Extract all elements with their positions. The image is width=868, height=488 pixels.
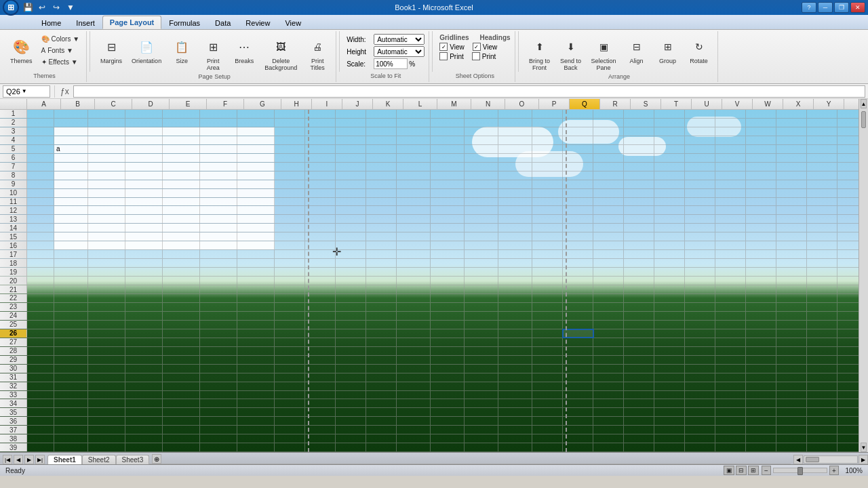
cell-W14[interactable] <box>746 224 776 232</box>
cell-Q1[interactable] <box>563 110 593 118</box>
cell-Y28[interactable] <box>807 347 837 355</box>
cell-N1[interactable] <box>465 110 498 118</box>
cell-H32[interactable] <box>275 382 305 390</box>
cell-Q26[interactable] <box>563 329 593 338</box>
cell-V11[interactable] <box>715 198 746 206</box>
cell-W8[interactable] <box>746 171 776 180</box>
cell-L14[interactable] <box>397 224 431 232</box>
cell-K11[interactable] <box>366 198 397 206</box>
cell-A20[interactable] <box>27 277 54 285</box>
cell-R3[interactable] <box>593 127 624 136</box>
cell-P27[interactable] <box>532 338 563 346</box>
cell-F17[interactable] <box>200 250 237 258</box>
cell-I20[interactable] <box>305 277 336 285</box>
cell-O38[interactable] <box>498 434 532 443</box>
cell-O2[interactable] <box>498 119 532 127</box>
cell-W36[interactable] <box>746 417 776 425</box>
cell-F33[interactable] <box>200 391 237 399</box>
themes-button[interactable]: 🎨 Themes <box>7 34 36 66</box>
gridlines-print-checkbox[interactable] <box>439 52 448 60</box>
cell-P20[interactable] <box>532 277 563 285</box>
bring-front-button[interactable]: ⬆ Bring toFront <box>526 34 554 73</box>
cell-A18[interactable] <box>27 259 54 267</box>
cell-J37[interactable] <box>336 426 366 434</box>
cell-R38[interactable] <box>593 434 624 443</box>
cell-I39[interactable] <box>305 443 336 451</box>
cell-G5[interactable] <box>237 145 275 153</box>
cell-V8[interactable] <box>715 171 746 180</box>
cell-E7[interactable] <box>163 163 200 171</box>
size-button[interactable]: 📋 Size <box>167 34 196 66</box>
cell-N39[interactable] <box>465 443 498 451</box>
cell-D3[interactable] <box>125 127 163 136</box>
cell-E6[interactable] <box>163 154 200 162</box>
cell-U36[interactable] <box>685 417 715 425</box>
cell-K32[interactable] <box>366 382 397 390</box>
cell-I34[interactable] <box>305 399 336 407</box>
cell-T10[interactable] <box>654 189 685 197</box>
col-header-r[interactable]: R <box>600 99 631 109</box>
cell-U39[interactable] <box>685 443 715 451</box>
cell-E28[interactable] <box>163 347 200 355</box>
cell-I19[interactable] <box>305 268 336 276</box>
cell-U16[interactable] <box>685 241 715 249</box>
cell-S15[interactable] <box>624 232 654 241</box>
cell-D14[interactable] <box>125 224 163 232</box>
cell-G27[interactable] <box>237 338 275 346</box>
cell-F19[interactable] <box>200 268 237 276</box>
cell-V1[interactable] <box>715 110 746 118</box>
cell-B38[interactable] <box>54 434 88 443</box>
cell-R25[interactable] <box>593 321 624 329</box>
cell-W6[interactable] <box>746 154 776 162</box>
cell-S29[interactable] <box>624 356 654 364</box>
cell-A9[interactable] <box>27 180 54 188</box>
cell-T21[interactable] <box>654 285 685 293</box>
col-header-i[interactable]: I <box>312 99 342 109</box>
col-header-n[interactable]: N <box>471 99 505 109</box>
cell-A32[interactable] <box>27 382 54 390</box>
cell-E19[interactable] <box>163 268 200 276</box>
cell-O15[interactable] <box>498 232 532 241</box>
cell-Y11[interactable] <box>807 198 837 206</box>
cell-C17[interactable] <box>88 250 125 258</box>
cell-V13[interactable] <box>715 215 746 223</box>
cell-T36[interactable] <box>654 417 685 425</box>
cell-L34[interactable] <box>397 399 431 407</box>
cell-L11[interactable] <box>397 198 431 206</box>
cell-I18[interactable] <box>305 259 336 267</box>
cell-E30[interactable] <box>163 365 200 373</box>
cell-M13[interactable] <box>431 215 465 223</box>
cell-V10[interactable] <box>715 189 746 197</box>
cell-M4[interactable] <box>431 136 465 144</box>
cell-G31[interactable] <box>237 373 275 382</box>
cell-T14[interactable] <box>654 224 685 232</box>
cell-I9[interactable] <box>305 180 336 188</box>
cell-Q12[interactable] <box>563 206 593 214</box>
cell-N7[interactable] <box>465 163 498 171</box>
cell-W19[interactable] <box>746 268 776 276</box>
cell-B21[interactable] <box>54 285 88 293</box>
cell-N11[interactable] <box>465 198 498 206</box>
cell-A25[interactable] <box>27 321 54 329</box>
cell-M14[interactable] <box>431 224 465 232</box>
cell-Y16[interactable] <box>807 241 837 249</box>
cell-H9[interactable] <box>275 180 305 188</box>
cell-T11[interactable] <box>654 198 685 206</box>
redo-quick-btn[interactable]: ↪ <box>50 1 62 14</box>
cell-P1[interactable] <box>532 110 563 118</box>
cell-D16[interactable] <box>125 241 163 249</box>
cell-Y33[interactable] <box>807 391 837 399</box>
cell-G7[interactable] <box>237 163 275 171</box>
cell-H4[interactable] <box>275 136 305 144</box>
cell-X2[interactable] <box>776 119 807 127</box>
cell-H12[interactable] <box>275 206 305 214</box>
cell-F1[interactable] <box>200 110 237 118</box>
cell-B25[interactable] <box>54 321 88 329</box>
cell-J2[interactable] <box>336 119 366 127</box>
cell-K4[interactable] <box>366 136 397 144</box>
cell-P12[interactable] <box>532 206 563 214</box>
cell-S32[interactable] <box>624 382 654 390</box>
cell-G35[interactable] <box>237 408 275 416</box>
cell-A21[interactable] <box>27 285 54 293</box>
cell-H17[interactable] <box>275 250 305 258</box>
